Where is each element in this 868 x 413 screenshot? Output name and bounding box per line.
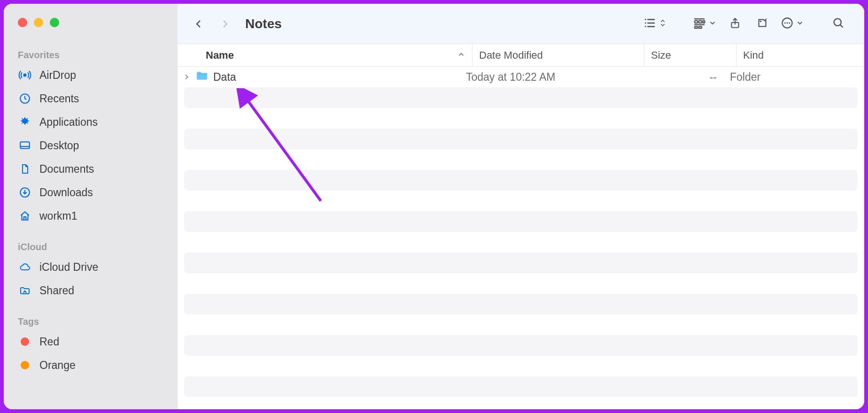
share-button[interactable] (723, 12, 747, 36)
sidebar-item-label: Desktop (39, 139, 79, 152)
file-row[interactable]: Data Today at 10:22 AM -- Folder (178, 67, 864, 87)
svg-rect-16 (695, 26, 698, 28)
tag-dot-icon (18, 335, 32, 349)
minimize-window-button[interactable] (34, 18, 43, 27)
sidebar: Favorites AirDrop Recents (4, 4, 178, 409)
applications-icon (18, 115, 32, 129)
empty-row (184, 376, 858, 397)
sort-ascending-icon (457, 49, 465, 61)
search-button[interactable] (827, 12, 850, 36)
share-icon (729, 16, 741, 31)
svg-point-24 (834, 18, 841, 25)
main-content: Notes (178, 4, 864, 409)
svg-point-9 (645, 26, 646, 27)
sidebar-item-icloud-drive[interactable]: iCloud Drive (4, 255, 178, 279)
column-header-size[interactable]: Size (644, 44, 736, 66)
sidebar-tag-orange[interactable]: Orange (4, 353, 178, 377)
sidebar-item-home[interactable]: workm1 (4, 204, 178, 228)
sidebar-item-label: workm1 (39, 210, 78, 222)
empty-row (184, 129, 858, 149)
zoom-window-button[interactable] (50, 18, 59, 27)
sidebar-item-label: Documents (39, 163, 94, 176)
document-icon (18, 162, 32, 176)
sidebar-item-downloads[interactable]: Downloads (4, 181, 178, 204)
sidebar-item-label: Shared (39, 284, 74, 297)
sidebar-item-recents[interactable]: Recents (4, 87, 178, 110)
svg-rect-14 (703, 21, 705, 23)
svg-point-19 (760, 20, 762, 22)
file-size: -- (638, 71, 730, 84)
empty-row (178, 232, 864, 252)
chevron-down-icon (708, 19, 717, 29)
airdrop-icon (18, 68, 32, 82)
sidebar-item-airdrop[interactable]: AirDrop (4, 63, 178, 87)
sidebar-item-desktop[interactable]: Desktop (4, 134, 178, 157)
empty-row (178, 273, 864, 294)
forward-button[interactable] (213, 12, 237, 36)
sidebar-section-icloud: iCloud (4, 238, 178, 255)
svg-point-0 (23, 74, 27, 77)
empty-row (184, 294, 858, 314)
empty-row (184, 335, 858, 356)
sidebar-section-tags: Tags (4, 313, 178, 330)
empty-row (178, 356, 864, 376)
svg-point-22 (786, 22, 788, 23)
tag-dot-icon (18, 358, 32, 372)
empty-row (178, 191, 864, 211)
sidebar-item-label: iCloud Drive (39, 261, 98, 274)
sidebar-item-label: Applications (39, 116, 98, 129)
search-icon (832, 16, 845, 31)
window-controls (4, 18, 178, 27)
sidebar-item-label: Red (39, 336, 59, 348)
svg-rect-17 (699, 26, 702, 28)
action-menu-button[interactable] (781, 16, 804, 31)
svg-point-7 (645, 22, 646, 23)
folder-icon (195, 70, 209, 84)
sidebar-item-applications[interactable]: Applications (4, 110, 178, 134)
sidebar-item-shared[interactable]: Shared (4, 279, 178, 302)
clock-icon (18, 92, 32, 106)
finder-window: Favorites AirDrop Recents (4, 4, 864, 409)
tags-button[interactable] (751, 12, 774, 36)
chevron-down-icon (796, 19, 804, 29)
svg-rect-13 (699, 21, 702, 23)
folder-title: Notes (245, 16, 282, 31)
up-down-chevron-icon (659, 17, 667, 31)
sidebar-item-label: Recents (39, 92, 79, 105)
sidebar-item-label: Downloads (39, 186, 93, 199)
svg-rect-12 (695, 21, 698, 23)
list-view-icon (643, 16, 657, 32)
empty-row (178, 149, 864, 170)
desktop-icon (18, 138, 32, 153)
ellipsis-circle-icon (781, 16, 794, 31)
sidebar-item-documents[interactable]: Documents (4, 157, 178, 181)
file-list: Data Today at 10:22 AM -- Folder (178, 67, 864, 409)
sidebar-section-favorites: Favorites (4, 46, 178, 63)
downloads-icon (18, 185, 32, 199)
empty-row (184, 252, 858, 273)
column-header-kind[interactable]: Kind (736, 44, 864, 66)
empty-row (184, 170, 858, 191)
empty-row (178, 314, 864, 335)
svg-point-21 (784, 22, 786, 23)
column-header-date-modified[interactable]: Date Modified (473, 44, 644, 66)
group-by-button[interactable] (692, 16, 717, 32)
empty-row (184, 87, 858, 108)
column-headers: Name Date Modified Size Kind (178, 44, 864, 67)
shared-folder-icon (18, 283, 32, 298)
column-header-name[interactable]: Name (178, 44, 473, 66)
svg-line-25 (840, 24, 843, 27)
sidebar-tag-red[interactable]: Red (4, 330, 178, 353)
file-kind: Folder (730, 71, 864, 84)
close-window-button[interactable] (18, 18, 27, 27)
back-button[interactable] (187, 12, 210, 36)
group-icon (692, 16, 706, 32)
file-name: Data (213, 71, 236, 84)
sidebar-item-label: AirDrop (39, 69, 76, 82)
home-icon (18, 209, 32, 223)
toolbar: Notes (178, 4, 864, 44)
disclosure-triangle-icon[interactable] (182, 73, 191, 81)
view-list-button[interactable] (643, 16, 667, 32)
empty-row (178, 108, 864, 129)
tag-icon (756, 16, 769, 31)
